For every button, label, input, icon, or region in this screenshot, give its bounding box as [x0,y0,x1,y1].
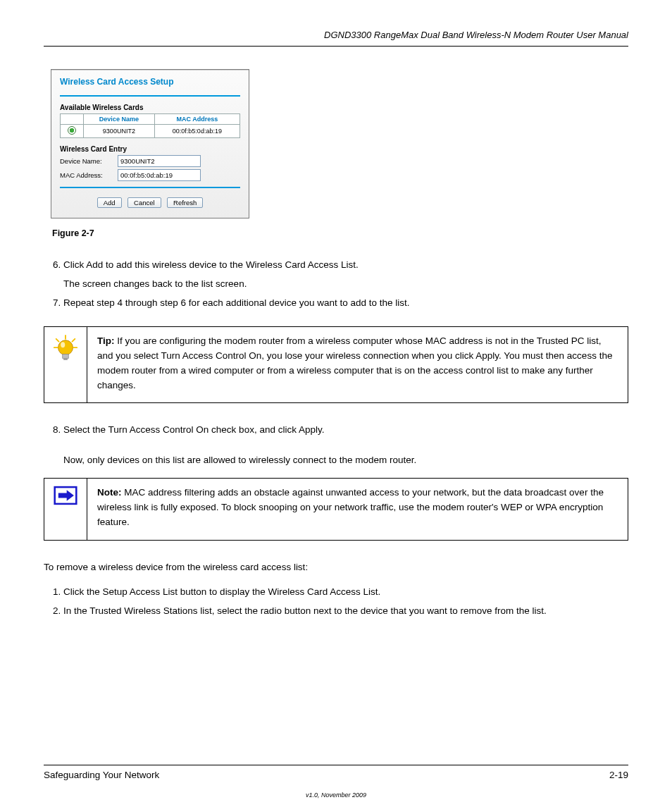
remove-steps: Click the Setup Access List button to di… [44,585,628,619]
steps-list: Click Add to add this wireless device to… [44,258,628,311]
row-mac: 00:0f:b5:0d:ab:19 [154,125,239,138]
version-line: v1.0, November 2009 [44,791,628,799]
step-8: Select the Turn Access Control On check … [63,423,628,438]
entry-section-label: Wireless Card Entry [60,145,240,153]
svg-point-1 [61,342,65,347]
cancel-button[interactable]: Cancel [127,197,161,208]
available-cards-label: Available Wireless Cards [60,104,240,111]
svg-line-5 [56,339,59,342]
remove-heading: To remove a wireless device from the wir… [44,560,628,575]
svg-point-0 [58,340,73,355]
step-6-result: The screen changes back to the list scre… [63,277,628,292]
page-footer: Safeguarding Your Network 2-19 [44,765,628,780]
remove-step-2: In the Trusted Wireless Stations list, s… [63,604,628,619]
wireless-access-dialog: Wireless Card Access Setup Available Wir… [51,69,249,218]
figure-caption: Figure 2-7 [52,228,628,238]
header-rule [44,46,628,47]
table-header-device: Device Name [84,114,155,125]
arrow-note-icon [54,486,77,505]
table-row[interactable]: 9300UNIT2 00:0f:b5:0d:ab:19 [61,125,240,138]
row-radio-selected-icon[interactable] [68,126,76,135]
mac-address-input[interactable] [118,169,201,181]
remove-step-1: Click the Setup Access List button to di… [63,585,628,600]
lightbulb-icon [52,334,79,365]
mac-address-label: MAC Address: [60,171,118,179]
row-device: 9300UNIT2 [84,125,155,138]
table-header-mac: MAC Address [154,114,239,125]
steps-list-2: Select the Turn Access Control On check … [44,423,628,438]
table-header-select [61,114,84,125]
dialog-divider-1 [60,95,240,97]
note-callout: Note: MAC address filtering adds an obst… [44,478,628,541]
device-name-input[interactable] [118,155,201,167]
after-tip-text: Now, only devices on this list are allow… [63,453,628,468]
dialog-divider-2 [60,187,240,188]
footer-right: 2-19 [609,770,628,780]
svg-line-6 [73,339,75,342]
tip-text: Tip: If you are configuring the modem ro… [87,327,628,403]
step-7: Repeat step 4 through step 6 for each ad… [63,296,628,311]
refresh-button[interactable]: Refresh [167,197,203,208]
note-text: Note: MAC address filtering adds an obst… [87,479,628,540]
available-cards-table: Device Name MAC Address 9300UNIT2 00:0f:… [60,113,240,138]
chapter-title: DGND3300 RangeMax Dual Band Wireless-N M… [44,30,628,40]
dialog-title: Wireless Card Access Setup [60,77,240,87]
device-name-label: Device Name: [60,157,118,165]
footer-rule [44,765,628,765]
footer-left: Safeguarding Your Network [44,770,159,780]
svg-rect-3 [63,358,68,359]
add-button[interactable]: Add [97,197,122,208]
tip-callout: Tip: If you are configuring the modem ro… [44,326,628,404]
step-6: Click Add to add this wireless device to… [63,258,628,292]
dialog-figure: Wireless Card Access Setup Available Wir… [51,69,628,218]
svg-rect-2 [63,354,69,358]
